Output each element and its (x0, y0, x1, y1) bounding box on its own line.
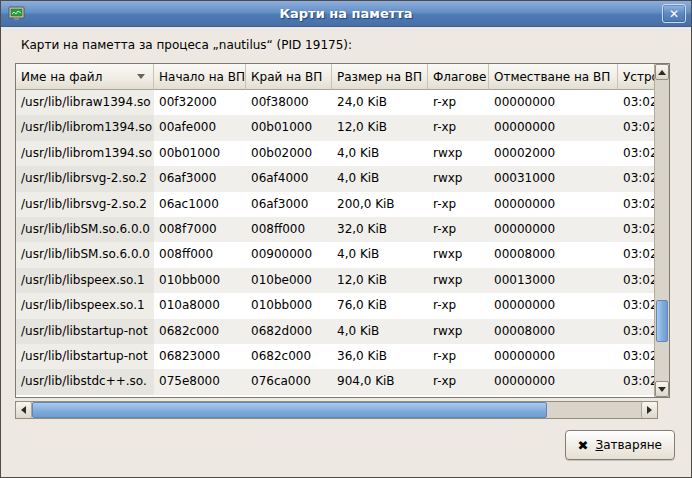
memory-maps-table: Име на файлНачало на ВПКрай на ВПРазмер … (15, 63, 670, 398)
table-cell: r-xp (428, 217, 489, 242)
table-cell: /usr/lib/librom1394.so (16, 115, 154, 140)
table-cell: /usr/lib/libstartup-not (16, 344, 154, 369)
table-cell: r-xp (428, 192, 489, 217)
horizontal-scrollbar[interactable] (15, 401, 658, 419)
scroll-up-button[interactable] (655, 64, 669, 80)
table-row[interactable]: /usr/lib/librsvg-2.so.206ac100006af30002… (16, 192, 654, 217)
table-cell: 00008000 (489, 319, 618, 344)
table-cell: /usr/lib/libspeex.so.1 (16, 268, 154, 293)
table-cell: /usr/lib/libstdc++.so. (16, 369, 154, 394)
table-cell: 03:02 (618, 115, 654, 140)
vertical-scrollbar-thumb[interactable] (656, 300, 668, 342)
arrow-left-icon (21, 406, 26, 414)
table-cell: 075e8000 (154, 369, 246, 394)
scroll-left-button[interactable] (16, 402, 32, 418)
table-row[interactable]: /usr/lib/libstartup-not068230000682c0003… (16, 344, 654, 369)
table-cell: 00000000 (489, 192, 618, 217)
column-header-5[interactable]: Отместване на ВП (489, 64, 618, 90)
table-row[interactable]: /usr/lib/libstartup-not0682c0000682d0004… (16, 319, 654, 344)
close-button-label: Затваряне (595, 438, 662, 452)
system-monitor-icon (8, 6, 25, 21)
close-dialog-button[interactable]: ✖ Затваряне (565, 430, 675, 460)
table-cell: 03:02 (618, 369, 654, 394)
table-cell: 32,0 KiB (332, 217, 428, 242)
table-cell: 00000000 (489, 369, 618, 394)
window-title: Карти на паметта (1, 6, 691, 21)
table-cell: 76,0 KiB (332, 293, 428, 318)
table-cell: /usr/lib/libSM.so.6.0.0 (16, 217, 154, 242)
treeview: Име на файлНачало на ВПКрай на ВПРазмер … (16, 64, 654, 397)
table-cell: 00900000 (246, 242, 332, 267)
table-cell: 00b02000 (246, 141, 332, 166)
column-header-1[interactable]: Начало на ВП (154, 64, 246, 90)
table-cell: 008ff000 (154, 242, 246, 267)
table-cell: 03:02 (618, 90, 654, 115)
table-cell: r-xp (428, 90, 489, 115)
column-header-6[interactable]: Устройство (618, 64, 654, 90)
table-cell: 00013000 (489, 268, 618, 293)
sort-descending-icon (137, 74, 145, 79)
table-cell: 00008000 (489, 242, 618, 267)
table-row[interactable]: /usr/lib/librsvg-2.so.206af300006af40004… (16, 166, 654, 191)
column-header-label: Начало на ВП (159, 70, 245, 84)
table-row[interactable]: /usr/lib/librom1394.so00b0100000b020004,… (16, 141, 654, 166)
table-cell: 00000000 (489, 115, 618, 140)
column-header-label: Отместване на ВП (494, 70, 610, 84)
table-cell: 00000000 (489, 344, 618, 369)
table-body: /usr/lib/libraw1394.so00f3200000f3800024… (16, 90, 654, 395)
titlebar[interactable]: Карти на паметта ✕ (1, 1, 691, 27)
titlebar-close-button[interactable]: ✕ (662, 4, 686, 23)
table-cell: /usr/lib/libspeex.so.1 (16, 293, 154, 318)
table-cell: 06af4000 (246, 166, 332, 191)
column-header-label: Край на ВП (251, 70, 322, 84)
table-row[interactable]: /usr/lib/libspeex.so.1010a8000010bb00076… (16, 293, 654, 318)
table-cell: 00031000 (489, 166, 618, 191)
column-header-label: Флагове (433, 70, 486, 84)
table-cell: 36,0 KiB (332, 344, 428, 369)
table-cell: 010a8000 (154, 293, 246, 318)
table-cell: 03:02 (618, 293, 654, 318)
table-cell: /usr/lib/libraw1394.so (16, 90, 154, 115)
table-cell: 010bb000 (154, 268, 246, 293)
table-cell: 03:02 (618, 242, 654, 267)
table-cell: 03:02 (618, 268, 654, 293)
table-row[interactable]: /usr/lib/libraw1394.so00f3200000f3800024… (16, 90, 654, 115)
column-header-2[interactable]: Край на ВП (246, 64, 332, 90)
vertical-scrollbar[interactable] (654, 64, 669, 397)
table-cell: 03:02 (618, 217, 654, 242)
table-cell: 00000000 (489, 90, 618, 115)
table-cell: 4,0 KiB (332, 141, 428, 166)
table-cell: 0682c000 (154, 319, 246, 344)
table-cell: 010bb000 (246, 293, 332, 318)
table-cell: 0682d000 (246, 319, 332, 344)
column-header-4[interactable]: Флагове (428, 64, 489, 90)
table-cell: 904,0 KiB (332, 369, 428, 394)
table-row[interactable]: /usr/lib/libstdc++.so.075e8000076ca00090… (16, 369, 654, 394)
horizontal-scrollbar-track[interactable] (32, 402, 641, 418)
column-header-label: Устройство (623, 70, 654, 84)
scroll-right-button[interactable] (641, 402, 657, 418)
table-row[interactable]: /usr/lib/libSM.so.6.0.0008ff000009000004… (16, 242, 654, 267)
table-cell: 010be000 (246, 268, 332, 293)
table-cell: 06af3000 (154, 166, 246, 191)
table-row[interactable]: /usr/lib/libspeex.so.1010bb000010be00012… (16, 268, 654, 293)
scroll-down-button[interactable] (655, 381, 669, 397)
table-cell: rwxp (428, 242, 489, 267)
vertical-scrollbar-track[interactable] (655, 80, 669, 381)
table-cell: r-xp (428, 115, 489, 140)
table-row[interactable]: /usr/lib/libSM.so.6.0.0008f7000008ff0003… (16, 217, 654, 242)
table-cell: 06823000 (154, 344, 246, 369)
table-cell: 12,0 KiB (332, 115, 428, 140)
horizontal-scrollbar-thumb[interactable] (32, 402, 547, 418)
arrow-down-icon (658, 387, 666, 392)
table-cell: 4,0 KiB (332, 319, 428, 344)
table-row[interactable]: /usr/lib/librom1394.so00afe00000b0100012… (16, 115, 654, 140)
table-cell: 06af3000 (246, 192, 332, 217)
table-cell: /usr/lib/libstartup-not (16, 319, 154, 344)
close-button-icon: ✖ (578, 439, 589, 452)
column-header-label: Име на файл (21, 70, 102, 84)
table-cell: rwxp (428, 141, 489, 166)
table-cell: 0682c000 (246, 344, 332, 369)
column-header-0[interactable]: Име на файл (16, 64, 154, 90)
column-header-3[interactable]: Размер на ВП (332, 64, 428, 90)
